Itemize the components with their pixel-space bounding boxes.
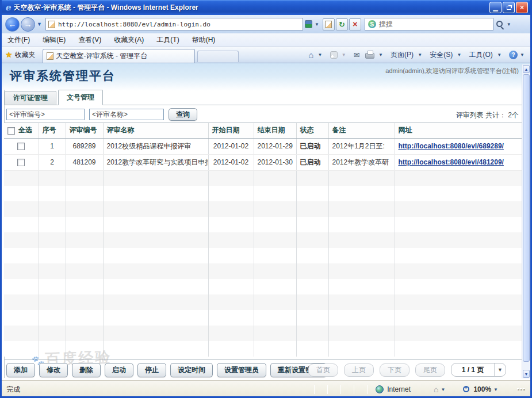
search-input[interactable]: S 搜搜 — [365, 18, 493, 30]
tab-document-management[interactable]: 文号管理 — [58, 90, 103, 105]
set-admin-button[interactable]: 设置管理员 — [217, 363, 266, 377]
action-buttons: 添加 修改 删除 启动 停止 设定时间 设置管理员 重新设置密码 — [6, 363, 331, 377]
search-placeholder: 搜搜 — [379, 20, 490, 29]
last-page-button[interactable]: 尾页 — [415, 363, 445, 377]
delete-button[interactable]: 删除 — [72, 363, 101, 377]
row-checkbox[interactable] — [17, 159, 25, 166]
home-button[interactable]: ⌂ ▼ — [308, 50, 324, 60]
page-select-arrow-icon[interactable]: ▼ — [494, 363, 506, 376]
mail-icon: ✉ — [354, 51, 360, 59]
help-icon: ? — [509, 51, 518, 59]
tab-license-management[interactable]: 许可证管理 — [5, 91, 56, 105]
empty-row — [4, 326, 525, 341]
set-time-button[interactable]: 设定时间 — [170, 363, 213, 377]
security-menu[interactable]: 安全(S) ▼ — [430, 50, 464, 60]
header-select-all: 全选 — [18, 126, 32, 134]
zoom-level[interactable]: 100% — [473, 385, 491, 393]
feed-button[interactable]: ▼ — [330, 51, 349, 59]
favorites-bar: ★ 收藏夹 天空教室-评审系统 - 管理平台 ⌂ ▼ ▼ ✉ ▼ 页面(P) ▼… — [2, 47, 530, 63]
search-dropdown-icon[interactable]: ▼ — [507, 22, 511, 27]
print-button[interactable]: ▼ — [365, 51, 385, 59]
favorites-star-icon[interactable]: ★ — [5, 50, 13, 59]
history-dropdown-icon[interactable]: ▼ — [37, 21, 42, 27]
mail-button[interactable]: ✉ — [354, 51, 360, 59]
tools-menu[interactable]: 工具(O) ▼ — [469, 50, 504, 60]
protected-mode-dropdown-icon[interactable]: ▼ — [441, 387, 445, 392]
scrollbar-thumb[interactable] — [523, 74, 530, 362]
cell-remark: 2012年教学改革研 — [328, 154, 395, 170]
new-tab-stub[interactable] — [197, 51, 239, 62]
header-remark: 备注 — [328, 123, 395, 138]
cell-review-name: 2012教学改革研究与实践项目申报 — [103, 154, 208, 170]
forward-button[interactable]: → — [21, 17, 35, 32]
refresh-button[interactable]: ↻ — [336, 18, 348, 30]
minimize-button[interactable]: ▁ — [489, 2, 502, 13]
go-button[interactable] — [323, 18, 335, 30]
menu-view[interactable]: 查看(V) — [78, 35, 101, 45]
header-review-name: 评审名称 — [103, 123, 208, 138]
zoom-dropdown-icon[interactable]: ▼ — [493, 387, 498, 392]
empty-row — [4, 170, 525, 186]
restore-button[interactable] — [503, 2, 515, 13]
internet-zone-icon — [376, 385, 384, 393]
cell-review-name: 2012校级精品课程申报评审 — [103, 138, 208, 154]
first-page-button[interactable]: 首页 — [308, 363, 338, 377]
compatibility-view-icon[interactable] — [305, 20, 312, 28]
page-select[interactable]: 1 / 1 页 ▼ — [451, 363, 506, 377]
protected-mode-icon[interactable]: ⌂ — [434, 385, 438, 394]
favorites-label[interactable]: 收藏夹 — [15, 50, 36, 60]
zoom-icon[interactable] — [462, 385, 471, 394]
title-bar: e 天空教室-评审系统 - 管理平台 - Windows Internet Ex… — [2, 0, 530, 15]
review-code-input[interactable] — [6, 109, 85, 120]
rss-feed-icon — [330, 51, 338, 59]
browser-tab[interactable]: 天空教室-评审系统 - 管理平台 — [43, 49, 195, 63]
stop-button-action[interactable]: 停止 — [137, 363, 166, 377]
stop-icon: × — [353, 20, 357, 29]
printer-icon — [365, 53, 374, 59]
search-magnifier-icon[interactable] — [496, 20, 504, 29]
menu-favorites[interactable]: 收藏夹(A) — [114, 35, 144, 45]
refresh-icon: ↻ — [339, 20, 345, 29]
menu-help[interactable]: 帮助(H) — [192, 35, 216, 45]
query-button[interactable]: 查询 — [169, 108, 197, 121]
resize-grip[interactable] — [518, 389, 526, 391]
help-menu[interactable]: ?▼ — [509, 51, 527, 59]
page-scrollbar[interactable]: ▲ ▼ — [522, 64, 530, 378]
header-end-date: 结束日期 — [254, 123, 296, 138]
close-button[interactable]: ✕ — [516, 2, 528, 13]
home-icon: ⌂ — [308, 50, 313, 60]
select-all-checkbox[interactable] — [7, 127, 15, 135]
stop-button[interactable]: × — [349, 18, 361, 30]
menu-edit[interactable]: 编辑(E) — [43, 35, 66, 45]
start-button[interactable]: 启动 — [105, 363, 133, 377]
menu-file[interactable]: 文件(F) — [7, 35, 30, 45]
menu-tools[interactable]: 工具(T) — [156, 35, 179, 45]
welcome-text[interactable]: admin(admin),欢迎访问评审系统管理平台(注销) — [385, 67, 519, 75]
scroll-down-icon[interactable]: ▼ — [523, 370, 530, 378]
row-checkbox[interactable] — [17, 143, 25, 150]
modify-button[interactable]: 修改 — [39, 363, 68, 377]
zone-label: Internet — [387, 385, 411, 393]
status-text: 完成 — [6, 385, 20, 395]
header-review-code: 评审编号 — [66, 123, 103, 138]
review-site-link[interactable]: http://localhost:8080/evl/481209/ — [399, 158, 504, 166]
status-bar: 完成 Internet ⌂ ▼ 100% ▼ — [2, 380, 530, 398]
prev-page-button[interactable]: 上页 — [344, 363, 374, 377]
page-menu[interactable]: 页面(P) ▼ — [391, 50, 424, 60]
empty-row — [4, 341, 525, 357]
address-url: http://localhost:8080/evl/admin-login.do — [58, 21, 210, 28]
empty-row — [4, 248, 525, 263]
browser-window: e 天空教室-评审系统 - 管理平台 - Windows Internet Ex… — [0, 0, 532, 398]
address-dropdown-icon[interactable]: ▼ — [315, 22, 319, 27]
next-page-button[interactable]: 下页 — [380, 363, 409, 377]
add-button[interactable]: 添加 — [6, 363, 35, 377]
review-site-link[interactable]: http://localhost:8080/evl/689289/ — [399, 142, 504, 150]
empty-row — [4, 263, 525, 279]
scroll-up-icon[interactable]: ▲ — [523, 65, 530, 73]
table-row: 2 481209 2012教学改革研究与实践项目申报 2012-01-02 20… — [4, 154, 525, 170]
cell-end-date: 2012-01-30 — [254, 154, 296, 170]
address-input[interactable]: http://localhost:8080/evl/admin-login.do — [45, 18, 303, 30]
review-name-input[interactable] — [89, 109, 164, 120]
empty-row — [4, 310, 525, 326]
back-button[interactable]: ← — [5, 17, 20, 32]
